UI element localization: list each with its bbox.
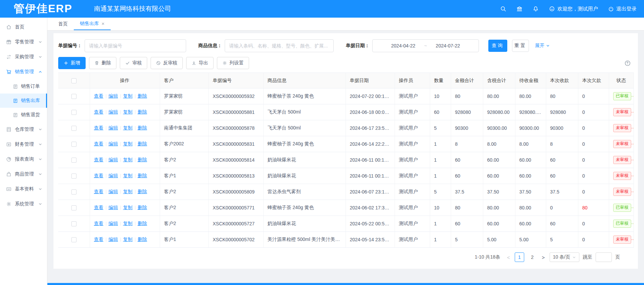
row-action-delete[interactable]: 删除: [138, 93, 147, 99]
row-action-copy[interactable]: 复制: [123, 125, 133, 130]
sidebar-item-base-data[interactable]: 基本资料: [0, 182, 47, 197]
row-action-edit[interactable]: 编辑: [109, 173, 118, 178]
row-action-edit[interactable]: 编辑: [109, 221, 118, 226]
header-operator: 操作员: [395, 73, 430, 88]
next-page-button[interactable]: >: [540, 255, 546, 260]
sidebar-item-purchase[interactable]: 采购管理: [0, 49, 47, 64]
page-button-1[interactable]: 1: [515, 252, 524, 262]
row-action-edit[interactable]: 编辑: [109, 93, 118, 99]
row-action-delete[interactable]: 删除: [138, 157, 147, 162]
sidebar-item-sales[interactable]: 销售管理: [0, 64, 47, 79]
page-size-select[interactable]: 10 条/页: [550, 252, 579, 262]
row-action-copy[interactable]: 复制: [123, 221, 133, 226]
reset-button[interactable]: 重置: [512, 40, 529, 52]
row-action-copy[interactable]: 复制: [123, 205, 133, 210]
sidebar-item-warehouse[interactable]: 仓库管理: [0, 122, 47, 137]
expand-filters-link[interactable]: 展开: [535, 43, 550, 49]
date-end-value[interactable]: 2024-07-22: [436, 43, 460, 48]
prev-page-button[interactable]: <: [506, 255, 511, 260]
unaudit-button[interactable]: 反审核: [151, 57, 183, 69]
row-action-edit[interactable]: 编辑: [109, 205, 118, 210]
add-button[interactable]: 新增: [58, 57, 86, 69]
page-button-2[interactable]: 2: [528, 252, 537, 262]
row-action-copy[interactable]: 复制: [123, 141, 133, 146]
row-action-edit[interactable]: 编辑: [109, 237, 118, 242]
row-action-copy[interactable]: 复制: [123, 173, 133, 178]
select-all-checkbox[interactable]: [71, 78, 76, 83]
row-action-view[interactable]: 查看: [94, 109, 104, 115]
row-action-edit[interactable]: 编辑: [109, 157, 118, 162]
row-action-view[interactable]: 查看: [94, 173, 104, 178]
column-settings-button[interactable]: 列设置: [217, 57, 249, 69]
sidebar-item-sales-return[interactable]: 销售退货: [0, 108, 47, 122]
sidebar-item-reports[interactable]: 报表查询: [0, 152, 47, 167]
delete-button[interactable]: 删除: [89, 57, 116, 69]
sidebar-item-sales-outbound[interactable]: 销售出库: [0, 94, 47, 108]
row-action-view[interactable]: 查看: [94, 189, 104, 194]
export-button[interactable]: 导出: [186, 57, 214, 69]
logout-button[interactable]: 退出登录: [608, 6, 637, 12]
tab-close-icon[interactable]: ×: [102, 21, 105, 26]
row-checkbox[interactable]: [71, 126, 76, 131]
row-action-view[interactable]: 查看: [94, 237, 104, 242]
sidebar-item-system[interactable]: 系统管理: [0, 197, 47, 211]
row-action-edit[interactable]: 编辑: [109, 141, 118, 146]
row-action-view[interactable]: 查看: [94, 93, 104, 99]
action-separator: [135, 206, 135, 210]
row-action-delete[interactable]: 删除: [138, 109, 147, 115]
row-action-delete[interactable]: 删除: [138, 237, 147, 242]
sidebar-item-sales-order[interactable]: 销售订单: [0, 79, 47, 94]
date-range-picker[interactable]: 2024-04-22 ~ 2024-07-22: [372, 39, 479, 52]
sidebar-item-finance[interactable]: 财务管理: [0, 137, 47, 152]
row-action-edit[interactable]: 编辑: [109, 189, 118, 194]
action-separator: [120, 110, 121, 114]
row-action-view[interactable]: 查看: [94, 125, 104, 130]
row-checkbox[interactable]: [71, 221, 76, 226]
row-action-delete[interactable]: 删除: [138, 141, 147, 146]
row-action-view[interactable]: 查看: [94, 221, 104, 226]
search-button[interactable]: 查询: [488, 40, 507, 52]
row-action-delete[interactable]: 删除: [138, 173, 147, 178]
row-action-edit[interactable]: 编辑: [109, 125, 118, 130]
row-action-copy[interactable]: 复制: [123, 189, 133, 194]
row-checkbox[interactable]: [71, 142, 76, 147]
bank-icon[interactable]: [516, 6, 523, 12]
sidebar-item-retail[interactable]: 零售管理: [0, 35, 47, 49]
cell-date: 2024-06-07 23:15:13: [346, 184, 395, 200]
row-action-delete[interactable]: 删除: [138, 125, 147, 130]
jump-page-input[interactable]: [596, 252, 612, 262]
row-action-view[interactable]: 查看: [94, 157, 104, 162]
date-start-value[interactable]: 2024-04-22: [391, 43, 416, 48]
tab-sales-outbound[interactable]: 销售出库 ×: [74, 18, 111, 30]
row-action-view[interactable]: 查看: [94, 141, 104, 146]
row-checkbox[interactable]: [71, 174, 76, 179]
cell-product: 飞天茅台 500ml: [263, 120, 346, 136]
row-action-copy[interactable]: 复制: [123, 237, 133, 242]
help-icon[interactable]: [624, 60, 631, 66]
row-action-edit[interactable]: 编辑: [109, 109, 118, 115]
row-checkbox[interactable]: [71, 237, 76, 242]
row-action-delete[interactable]: 删除: [138, 205, 147, 210]
search-icon[interactable]: [500, 6, 506, 12]
tab-home[interactable]: 首页: [52, 18, 74, 30]
row-action-view[interactable]: 查看: [94, 205, 104, 210]
row-action-copy[interactable]: 复制: [123, 93, 133, 99]
row-action-copy[interactable]: 复制: [123, 157, 133, 162]
row-checkbox[interactable]: [71, 94, 76, 99]
sidebar-item-home[interactable]: 首页: [0, 20, 47, 35]
bell-icon[interactable]: [533, 6, 539, 12]
row-action-delete[interactable]: 删除: [138, 189, 147, 194]
action-separator: [120, 238, 121, 242]
order-no-input[interactable]: [85, 39, 186, 52]
row-checkbox[interactable]: [71, 158, 76, 163]
user-menu[interactable]: 欢迎您，测试用户: [549, 6, 598, 12]
row-checkbox[interactable]: [71, 205, 76, 210]
product-info-input[interactable]: [225, 39, 334, 52]
sidebar-item-products[interactable]: 商品管理: [0, 167, 47, 182]
row-action-delete[interactable]: 删除: [138, 221, 147, 226]
audit-button[interactable]: 审核: [120, 57, 147, 69]
row-action-copy[interactable]: 复制: [123, 109, 133, 115]
table-row: 查看编辑复制删除客户2XSCK00000005809雷达杀虫气雾剂2024-06…: [58, 184, 634, 200]
row-checkbox[interactable]: [71, 189, 76, 195]
row-checkbox[interactable]: [71, 110, 76, 115]
